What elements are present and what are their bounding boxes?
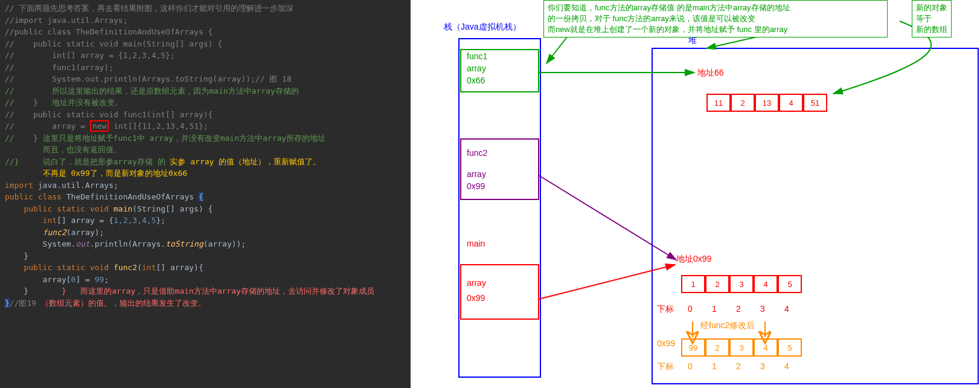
diagram-svg <box>411 0 980 388</box>
code-block: // 下面两题先思考答案，再去看结果附图，这样你们才能对引用的理解进一步加深 /… <box>5 2 406 309</box>
addr-66-label: 地址66 <box>697 68 724 79</box>
frame-func2: func2 <box>467 148 487 158</box>
frame-func1: func1 <box>467 51 487 61</box>
heap-cell: 11 <box>706 94 731 112</box>
svg-line-8 <box>539 175 676 260</box>
svg-rect-4 <box>461 265 539 319</box>
note-new-object: 新的对象 等于 新的数组 <box>912 0 952 37</box>
memory-diagram: 栈（Java虚拟机栈） 堆 你们要知道，func方法的array存储值 的是ma… <box>411 0 980 388</box>
frame-main: main <box>467 239 485 248</box>
new-keyword-highlight: new <box>90 120 109 132</box>
code-editor: // 下面两题先思考答案，再去看结果附图，这样你们才能对引用的理解进一步加深 /… <box>0 0 411 388</box>
svg-line-9 <box>539 265 675 299</box>
stack-title: 栈（Java虚拟机栈） <box>444 22 521 33</box>
svg-rect-0 <box>459 39 540 377</box>
svg-line-5 <box>546 36 568 63</box>
addr-99-label: 地址0x99 <box>676 254 711 265</box>
note-main: 你们要知道，func方法的array存储值 的是main方法中array存储的地… <box>543 0 888 37</box>
after-func2-label: 经func2修改后 <box>700 320 755 331</box>
